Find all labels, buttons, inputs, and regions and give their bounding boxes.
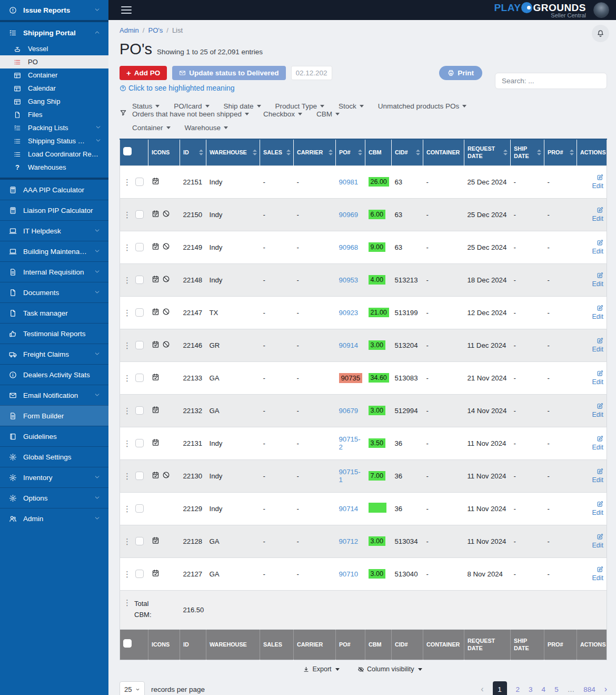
sort-arrows-icon[interactable]	[537, 150, 541, 155]
sidebar-item-aaa-pip-calculator[interactable]: AAA PIP Calculator	[0, 178, 108, 200]
edit-link[interactable]: Edit	[592, 239, 603, 255]
sidebar-item-vessel[interactable]: Vessel	[0, 42, 108, 55]
filter-stock[interactable]: Stock	[339, 102, 364, 110]
column-header-cid[interactable]: CID#	[392, 629, 423, 660]
po-number-link[interactable]: 90712	[339, 537, 359, 545]
drag-handle-icon[interactable]: ⋮	[123, 505, 131, 513]
column-header-warehouse[interactable]: WAREHOUSE	[206, 629, 260, 660]
drag-handle-icon[interactable]: ⋮	[123, 309, 131, 317]
column-header-id[interactable]: ID	[180, 629, 206, 660]
filter-checkbox[interactable]: Checkbox	[263, 110, 302, 118]
sort-arrows-icon[interactable]	[358, 150, 362, 155]
select-all-checkbox[interactable]	[123, 147, 132, 155]
column-header-ship-date[interactable]: SHIP DATE	[511, 139, 544, 166]
page-1-button[interactable]: 1	[493, 681, 507, 695]
drag-handle-icon[interactable]: ⋮	[123, 243, 131, 251]
row-checkbox[interactable]	[135, 374, 144, 382]
row-checkbox[interactable]	[135, 504, 144, 513]
sidebar-item-shipping-portal[interactable]: Shipping Portal	[0, 22, 108, 42]
po-number-link[interactable]: 90953	[339, 276, 359, 284]
sidebar-item-po[interactable]: PO	[0, 55, 108, 68]
sidebar-item-global-settings[interactable]: Global Settings	[0, 446, 108, 467]
row-checkbox[interactable]	[135, 472, 144, 480]
row-checkbox[interactable]	[135, 210, 144, 219]
highlighted-meaning-link[interactable]: Click to see highlighted meaning	[120, 84, 235, 92]
row-checkbox[interactable]	[135, 243, 144, 251]
column-header-warehouse[interactable]: WAREHOUSE	[206, 139, 260, 166]
drag-handle-icon[interactable]: ⋮	[123, 407, 131, 415]
filter-status[interactable]: Status	[132, 102, 160, 110]
column-header-po[interactable]: PO#	[336, 629, 365, 660]
row-checkbox[interactable]	[135, 570, 144, 578]
sidebar-item-dealers-activity-stats[interactable]: Dealers Activity Stats	[0, 364, 108, 385]
sidebar-item-inventory[interactable]: Inventory	[0, 467, 108, 487]
po-number-link[interactable]: 90715-1	[339, 468, 361, 484]
edit-link[interactable]: Edit	[592, 566, 603, 582]
column-header-request-date[interactable]: REQUEST DATE	[464, 139, 511, 166]
po-number-link[interactable]: 90914	[339, 341, 359, 349]
edit-link[interactable]: Edit	[592, 468, 603, 484]
notifications-button[interactable]	[592, 25, 609, 42]
sidebar-item-testimonial-reports[interactable]: Testimonial Reports	[0, 323, 108, 344]
sidebar-item-options[interactable]: Options	[0, 487, 108, 508]
records-per-page-select[interactable]: 25	[120, 681, 145, 695]
sidebar-item-gang-ship[interactable]: Gang Ship	[0, 95, 108, 108]
sidebar-item-warehouses[interactable]: ?Warehouses	[0, 161, 108, 174]
sidebar-item-calendar[interactable]: Calendar	[0, 82, 108, 95]
row-checkbox[interactable]	[135, 308, 144, 317]
sort-arrows-icon[interactable]	[199, 150, 203, 155]
column-header-carrier[interactable]: CARRIER	[294, 629, 336, 660]
drag-handle-icon[interactable]: ⋮	[123, 537, 131, 545]
drag-handle-icon[interactable]: ⋮	[123, 472, 131, 480]
page-884-button[interactable]: 884	[583, 686, 595, 693]
column-header-carrier[interactable]: CARRIER	[294, 139, 336, 166]
add-po-button[interactable]: + Add PO	[120, 66, 167, 80]
drag-handle-icon[interactable]: ⋮	[123, 570, 131, 578]
sidebar-item-it-helpdesk[interactable]: IT Helpdesk	[0, 220, 108, 241]
sidebar-item-shipping-status-report[interactable]: Shipping Status Report	[0, 134, 108, 148]
sidebar-item-task-manager[interactable]: Task manager	[0, 302, 108, 323]
sort-arrows-icon[interactable]	[253, 150, 257, 155]
sort-arrows-icon[interactable]	[503, 150, 508, 155]
column-header-sales[interactable]: SALES	[260, 139, 294, 166]
po-number-link[interactable]: 90679	[339, 407, 359, 415]
edit-link[interactable]: Edit	[592, 370, 603, 386]
page-2-button[interactable]: 2	[516, 686, 520, 693]
edit-link[interactable]: Edit	[592, 501, 603, 516]
edit-link[interactable]: Edit	[592, 435, 603, 451]
column-visibility-button[interactable]: Column visibility	[357, 665, 422, 673]
drag-handle-icon[interactable]: ⋮	[123, 341, 131, 349]
sidebar-item-freight-claims[interactable]: Freight Claims	[0, 344, 108, 364]
row-checkbox[interactable]	[135, 276, 144, 284]
edit-link[interactable]: Edit	[592, 305, 603, 320]
sort-arrows-icon[interactable]	[329, 150, 333, 155]
page-4-button[interactable]: 4	[542, 686, 546, 693]
po-number-link[interactable]: 90714	[339, 505, 359, 513]
sidebar-item-liaison-pip-calculator[interactable]: Liaison PIP Calculator	[0, 200, 108, 220]
filter-po-icard[interactable]: PO/Icard	[174, 102, 209, 110]
sidebar-item-admin[interactable]: Admin	[0, 508, 108, 528]
po-number-link[interactable]: 90981	[339, 178, 359, 186]
filter-warehouse[interactable]: Warehouse	[185, 124, 228, 132]
po-number-link[interactable]: 90710	[339, 570, 359, 578]
filter-cbm[interactable]: CBM	[316, 110, 340, 118]
row-checkbox[interactable]	[135, 406, 144, 415]
page-prev-button[interactable]: ‹	[481, 684, 483, 694]
edit-link[interactable]: Edit	[592, 533, 603, 549]
export-button[interactable]: Export	[303, 665, 339, 673]
search-input[interactable]	[495, 73, 607, 89]
column-header-ship-date[interactable]: SHIP DATE	[511, 629, 544, 660]
page-next-button[interactable]: ›	[604, 684, 607, 694]
sidebar-item-issue-reports[interactable]: Issue Reports	[0, 0, 108, 22]
sidebar-item-email-notification[interactable]: Email Notification	[0, 385, 108, 405]
sidebar-item-form-builder[interactable]: Form Builder	[0, 405, 108, 426]
column-header-cid[interactable]: CID#	[392, 139, 423, 166]
sort-arrows-icon[interactable]	[286, 150, 291, 155]
po-number-link[interactable]: 90923	[339, 309, 359, 317]
filter-unmatched-products-pos[interactable]: Unmatched products POs	[378, 102, 467, 110]
select-all-checkbox[interactable]	[123, 639, 132, 648]
column-header-pro[interactable]: PRO#	[544, 629, 577, 660]
row-checkbox[interactable]	[135, 341, 144, 349]
row-checkbox[interactable]	[135, 439, 144, 447]
sort-arrows-icon[interactable]	[416, 150, 420, 155]
